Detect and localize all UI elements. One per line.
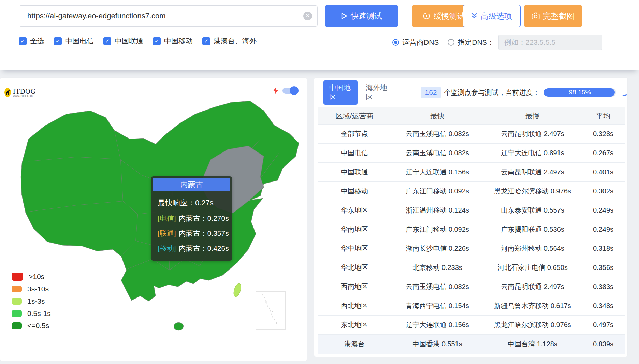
itdog-test-page: ✕ 快速测试 缓慢测试 高级选项 bbox=[0, 0, 639, 364]
result-row: 中国联通 辽宁大连联通 0.156s 云南昆明联通 2.497s 0.401s bbox=[318, 163, 625, 182]
legend-swatch-green bbox=[12, 310, 22, 317]
monitor-count-badge: 162 bbox=[421, 87, 440, 98]
cell-slowest: 新疆乌鲁木齐移动 0.617s bbox=[483, 296, 582, 316]
checkbox-label: 中国电信 bbox=[65, 36, 94, 46]
legend-item: <=0.5s bbox=[12, 322, 51, 330]
slow-test-label: 缓慢测试 bbox=[434, 11, 465, 21]
cell-fastest: 云南玉溪电信 0.082s bbox=[391, 144, 483, 163]
progress-percentage: 98.15% bbox=[544, 88, 616, 97]
legend-label: >10s bbox=[29, 273, 44, 281]
cell-average: 0.401s bbox=[582, 163, 625, 182]
result-row: 中国电信 云南玉溪电信 0.082s 辽宁大连电信 0.891s 0.267s bbox=[318, 144, 625, 163]
advanced-options-label: 高级选项 bbox=[481, 11, 512, 21]
results-table-body: 全部节点 云南玉溪电信 0.082s 云南昆明联通 2.497s 0.328s … bbox=[318, 125, 625, 354]
cell-region: 中国联通 bbox=[318, 163, 391, 182]
cell-slowest: 中国台湾 1.128s bbox=[483, 335, 582, 354]
cell-slowest: 辽宁大连电信 0.891s bbox=[483, 144, 582, 163]
carrier-dns-label: 运营商DNS bbox=[402, 38, 439, 47]
cell-slowest: 山东泰安联通 0.557s bbox=[483, 201, 582, 220]
column-region-isp: 区域/运营商 bbox=[318, 107, 391, 125]
logo-subtitle: www.itdog.cn bbox=[13, 94, 36, 97]
cell-region: 港澳台 bbox=[318, 335, 391, 354]
cell-slowest: 黑龙江哈尔滨移动 0.976s bbox=[483, 182, 582, 201]
legend-swatch-darkgreen bbox=[12, 322, 22, 329]
cell-fastest: 中国香港 0.551s bbox=[391, 335, 483, 354]
column-average: 平均 bbox=[582, 107, 625, 125]
tab-china-region[interactable]: 中国地区 bbox=[323, 80, 358, 105]
unicom-tag: [联通] bbox=[158, 229, 176, 238]
test-config-panel: ✕ 快速测试 缓慢测试 高级选项 bbox=[0, 0, 639, 70]
results-panel: 中国地区 海外地区 162 个监测点参与测试，当前进度： 98.15% 区域/运… bbox=[314, 77, 628, 357]
cell-fastest: 北京移动 0.233s bbox=[391, 258, 483, 277]
cell-average: 0.267s bbox=[582, 144, 625, 163]
isp-checkbox[interactable]: ✓ 全选 bbox=[19, 36, 44, 46]
cell-region: 华中地区 bbox=[318, 239, 391, 258]
results-table: 区域/运营商 最快 最慢 平均 全部节点 云南玉溪电信 0.082s 云南昆明联… bbox=[318, 107, 625, 354]
lightning-icon bbox=[273, 87, 278, 95]
legend-label: <=0.5s bbox=[27, 322, 49, 330]
speed-view-toggle[interactable] bbox=[282, 88, 297, 94]
cell-region: 全部节点 bbox=[318, 125, 391, 144]
results-header: 中国地区 海外地区 162 个监测点参与测试，当前进度： 98.15% bbox=[314, 78, 627, 107]
camera-icon bbox=[532, 12, 540, 20]
checkbox-checked-icon[interactable]: ✓ bbox=[153, 37, 161, 45]
column-slowest: 最慢 bbox=[483, 107, 582, 125]
cell-region: 中国移动 bbox=[318, 182, 391, 201]
unicom-value: 内蒙古：0.357s bbox=[179, 229, 229, 238]
cell-fastest: 浙江温州移动 0.124s bbox=[391, 201, 483, 220]
column-fastest: 最快 bbox=[391, 107, 483, 125]
custom-dns-input[interactable] bbox=[498, 35, 602, 50]
result-row: 西北地区 青海西宁电信 0.154s 新疆乌鲁木齐移动 0.617s 0.348… bbox=[318, 296, 625, 316]
legend-label: 0.5s-1s bbox=[27, 309, 51, 318]
result-row: 西南地区 云南玉溪电信 0.082s 云南昆明联通 2.497s 0.383s bbox=[318, 277, 625, 296]
clear-url-icon[interactable]: ✕ bbox=[303, 12, 312, 20]
result-row: 港澳台 中国香港 0.551s 中国台湾 1.128s 0.839s bbox=[318, 335, 625, 354]
province-hainan[interactable] bbox=[174, 322, 183, 330]
url-input[interactable] bbox=[19, 5, 318, 27]
cell-slowest: 云南昆明联通 2.497s bbox=[483, 125, 582, 144]
double-chevron-down-icon bbox=[471, 13, 477, 19]
checkbox-checked-icon[interactable]: ✓ bbox=[202, 37, 210, 45]
legend-swatch-red bbox=[12, 273, 23, 281]
map-speed-toggle-row bbox=[273, 87, 297, 95]
legend-item: 3s-10s bbox=[12, 285, 51, 293]
carrier-dns-radio[interactable] bbox=[392, 39, 399, 46]
tab-overseas-region[interactable]: 海外地区 bbox=[366, 80, 388, 105]
result-row: 华北地区 北京移动 0.233s 河北石家庄电信 0.650s 0.356s bbox=[318, 258, 625, 277]
logo-title: ITDOG bbox=[13, 88, 36, 94]
province-taiwan[interactable] bbox=[232, 282, 243, 297]
cell-fastest: 辽宁大连联通 0.156s bbox=[391, 316, 483, 335]
custom-dns-label: 指定DNS： bbox=[458, 38, 494, 47]
quick-test-button[interactable]: 快速测试 bbox=[325, 5, 398, 27]
result-row: 华中地区 湖南长沙电信 0.226s 河南郑州移动 0.564s 0.318s bbox=[318, 239, 625, 258]
checkbox-checked-icon[interactable]: ✓ bbox=[103, 37, 111, 45]
cell-slowest: 云南昆明联通 2.497s bbox=[483, 163, 582, 182]
isp-checkbox[interactable]: ✓ 中国移动 bbox=[153, 36, 193, 46]
tooltip-mobile-row: [移动] 内蒙古：0.426s bbox=[158, 244, 230, 253]
cell-region: 华南地区 bbox=[318, 220, 391, 239]
cell-slowest: 河南郑州移动 0.564s bbox=[483, 239, 582, 258]
itdog-dog-icon bbox=[4, 88, 11, 97]
isp-checkbox-row: ✓ 全选 ✓ 中国电信 ✓ 中国联通 ✓ 中国移动 bbox=[19, 36, 257, 46]
legend-label: 1s-3s bbox=[27, 297, 45, 305]
result-row: 东北地区 辽宁大连联通 0.156s 黑龙江哈尔滨移动 0.976s 0.497… bbox=[318, 316, 625, 335]
result-row: 全部节点 云南玉溪电信 0.082s 云南昆明联通 2.497s 0.328s bbox=[318, 125, 625, 144]
full-screenshot-button[interactable]: 完整截图 bbox=[524, 5, 582, 27]
isp-checkbox[interactable]: ✓ 中国电信 bbox=[54, 36, 94, 46]
advanced-options-button[interactable]: 高级选项 bbox=[463, 5, 521, 27]
isp-checkbox[interactable]: ✓ 港澳台、海外 bbox=[202, 36, 257, 46]
toggle-knob[interactable] bbox=[290, 86, 299, 95]
quick-test-label: 快速测试 bbox=[351, 11, 382, 21]
progress-bar: 98.15% bbox=[544, 88, 616, 97]
cell-average: 0.348s bbox=[582, 296, 625, 316]
checkbox-checked-icon[interactable]: ✓ bbox=[19, 37, 27, 45]
checkbox-label: 港澳台、海外 bbox=[214, 36, 257, 46]
isp-checkbox[interactable]: ✓ 中国联通 bbox=[103, 36, 143, 46]
cell-region: 中国电信 bbox=[318, 144, 391, 163]
cell-fastest: 云南玉溪电信 0.082s bbox=[391, 125, 483, 144]
checkbox-checked-icon[interactable]: ✓ bbox=[54, 37, 62, 45]
custom-dns-radio[interactable] bbox=[448, 39, 454, 46]
cell-fastest: 广东江门移动 0.092s bbox=[391, 182, 483, 201]
itdog-logo: ITDOG www.itdog.cn bbox=[4, 88, 36, 97]
cell-slowest: 河北石家庄电信 0.650s bbox=[483, 258, 582, 277]
